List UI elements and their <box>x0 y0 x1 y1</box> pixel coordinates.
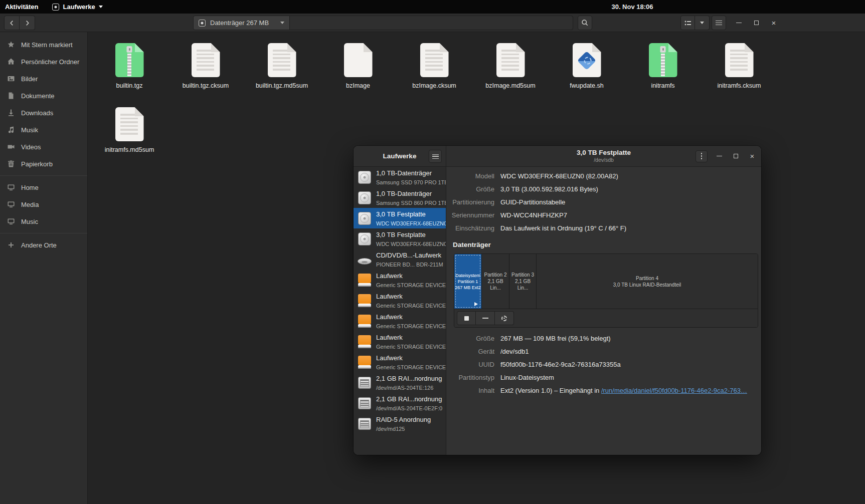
file-item[interactable]: bzImage.cksum <box>396 40 472 104</box>
text-file-icon <box>725 43 754 77</box>
disks-window: Laufwerke 1,0 TB-DatenträgerSamsung SSD … <box>354 146 761 455</box>
disks-minimize-button[interactable] <box>714 150 724 162</box>
file-name: builtin.tgz.cksum <box>183 82 229 89</box>
archive-file-icon <box>115 43 144 77</box>
music-note-icon <box>7 126 15 134</box>
sidebar-item-label: Mit Stern markiert <box>21 41 73 49</box>
view-options-button[interactable] <box>695 16 710 30</box>
drive-row[interactable]: LaufwerkGeneric STORAGE DEVICE <box>354 270 446 290</box>
info-value: /dev/sdb1 <box>500 347 756 356</box>
file-item[interactable]: initramfs.cksum <box>701 40 777 104</box>
info-value: 3,0 TB (3.000.592.982.016 Bytes) <box>500 185 756 193</box>
sidebar-item-home-folder[interactable]: Persönlicher Ordner <box>0 53 87 70</box>
sidebar-item-label: Dokumente <box>21 92 54 100</box>
text-file-icon <box>268 43 296 77</box>
hdd-icon <box>358 232 372 246</box>
sidebar-item-downloads[interactable]: Downloads <box>0 104 87 121</box>
desktop: Aktivitäten Laufwerke 30. Nov 18:06 Date… <box>0 0 865 504</box>
minimize-button[interactable] <box>734 16 744 30</box>
info-label: Modell <box>446 172 494 180</box>
activities-button[interactable]: Aktivitäten <box>5 3 38 11</box>
sidebar-separator <box>0 233 87 233</box>
file-name: fwupdate.sh <box>570 82 603 89</box>
file-item[interactable]: initramfs <box>625 40 701 104</box>
partition-3[interactable]: Partition 3 2,1 GB Lin... <box>509 254 537 309</box>
back-button[interactable] <box>4 16 20 30</box>
sidebar-item-label: Persönlicher Ordner <box>21 58 79 66</box>
drive-info: Modell WDC WD30EFRX-68EUZN0 (82.00A82) G… <box>446 172 761 232</box>
file-name: bzImage.cksum <box>412 82 456 89</box>
mount-point-link[interactable]: /run/media/daniel/f50fd00b-1176-46e2-9ca… <box>601 387 747 394</box>
file-item[interactable]: bzImage <box>320 40 396 104</box>
volume-diagram: Dateisystem Partition 1 267 MB Ext2 Part… <box>454 254 758 328</box>
disks-menu-button[interactable] <box>696 150 708 162</box>
star-icon <box>7 41 15 49</box>
drive-row[interactable]: 2,1 GB RAI...nordnung/dev/md/AS-204TE:12… <box>354 372 446 393</box>
computer-icon <box>7 183 15 191</box>
sidebar-item-music[interactable]: Musik <box>0 121 87 138</box>
sidebar-item-pictures[interactable]: Bilder <box>0 70 87 87</box>
file-item[interactable]: initramfs.md5sum <box>91 104 167 168</box>
drive-row[interactable]: LaufwerkGeneric STORAGE DEVICE <box>354 311 446 331</box>
sidebar-item-label: Home <box>21 184 39 191</box>
text-file-icon <box>496 43 525 77</box>
disks-close-button[interactable]: × <box>747 150 757 162</box>
clock[interactable]: 30. Nov 18:06 <box>600 3 665 11</box>
files-toolbar: Datenträger 267 MB × <box>0 14 865 32</box>
unmount-button[interactable] <box>457 311 476 325</box>
drive-row[interactable]: LaufwerkGeneric STORAGE DEVICE <box>354 352 446 372</box>
info-label: Größe <box>446 185 494 193</box>
text-file-icon <box>192 43 220 77</box>
file-name: builtin.tgz <box>116 82 143 89</box>
sidebar-item-trash[interactable]: Papierkorb <box>0 155 87 172</box>
search-button[interactable] <box>578 16 592 30</box>
partition-options-button[interactable] <box>495 311 514 325</box>
file-item[interactable]: bzImage.md5sum <box>472 40 549 104</box>
partition-1-selected[interactable]: Dateisystem Partition 1 267 MB Ext2 <box>454 254 482 309</box>
forward-button[interactable] <box>20 16 35 30</box>
file-item[interactable]: fwupdate.sh <box>549 40 625 104</box>
disks-header: 3,0 TB Festplatte /dev/sdb × <box>446 146 761 167</box>
drive-list: 1,0 TB-DatenträgerSamsung SSD 970 PRO 1T… <box>354 167 446 455</box>
file-item[interactable]: builtin.tgz <box>91 40 167 104</box>
info-value: Das Laufwerk ist in Ordnung (19° C / 66°… <box>500 224 756 232</box>
delete-partition-button[interactable] <box>476 311 495 325</box>
disks-sidebar-menu-button[interactable] <box>429 150 442 163</box>
drive-row[interactable]: 2,1 GB RAI...nordnung/dev/md/AS-204TE-0E… <box>354 393 446 413</box>
hdd-icon <box>358 211 372 225</box>
partition-2[interactable]: Partition 2 2,1 GB Lin... <box>482 254 509 309</box>
sidebar-item-documents[interactable]: Dokumente <box>0 87 87 104</box>
partition-4[interactable]: Partition 4 3,0 TB Linux RAID-Bestandtei… <box>537 254 758 309</box>
sidebar-item-other-locations[interactable]: Andere Orte <box>0 236 87 254</box>
drive-row[interactable]: RAID-5 Anordnung/dev/md125 <box>354 413 446 434</box>
drive-row[interactable]: 1,0 TB-DatenträgerSamsung SSD 970 PRO 1T… <box>354 167 446 187</box>
drive-row[interactable]: LaufwerkGeneric STORAGE DEVICE <box>354 331 446 352</box>
drive-row[interactable]: 3,0 TB FestplatteWDC WD30EFRX-68EUZN0 <box>354 228 446 249</box>
close-button[interactable]: × <box>769 16 779 30</box>
file-item[interactable]: builtin.tgz.md5sum <box>244 40 320 104</box>
chevron-down-icon <box>280 22 284 24</box>
drive-row[interactable]: CD/DVD/B...-LaufwerkPIONEER BD... BDR-21… <box>354 249 446 270</box>
maximize-button[interactable] <box>751 16 761 30</box>
blank-file-icon <box>344 43 373 77</box>
drive-row-selected[interactable]: 3,0 TB FestplatteWDC WD30EFRX-68EUZN0 <box>354 208 446 228</box>
sidebar-item-mount-music[interactable]: Music <box>0 213 87 230</box>
disks-maximize-button[interactable] <box>731 150 741 162</box>
view-mode-button[interactable] <box>680 16 695 30</box>
sidebar-item-videos[interactable]: Videos <box>0 138 87 155</box>
sidebar-item-label: Musik <box>21 126 38 134</box>
hdd-icon <box>358 170 372 184</box>
volume-toolbar <box>454 309 758 327</box>
files-menu-button[interactable] <box>712 16 726 30</box>
drive-row[interactable]: LaufwerkGeneric STORAGE DEVICE <box>354 290 446 311</box>
sidebar-item-starred[interactable]: Mit Stern markiert <box>0 36 87 53</box>
app-menu-button[interactable]: Laufwerke <box>52 3 102 11</box>
location-button[interactable]: Datenträger 267 MB <box>193 16 290 30</box>
chevron-down-icon <box>700 22 704 24</box>
file-name: bzImage.md5sum <box>485 82 535 89</box>
sidebar-item-mount-home[interactable]: Home <box>0 179 87 196</box>
file-item[interactable]: builtin.tgz.cksum <box>167 40 244 104</box>
path-bar-empty[interactable] <box>290 16 573 30</box>
sidebar-item-mount-media[interactable]: Media <box>0 196 87 213</box>
drive-row[interactable]: 1,0 TB-DatenträgerSamsung SSD 860 PRO 1T… <box>354 187 446 208</box>
